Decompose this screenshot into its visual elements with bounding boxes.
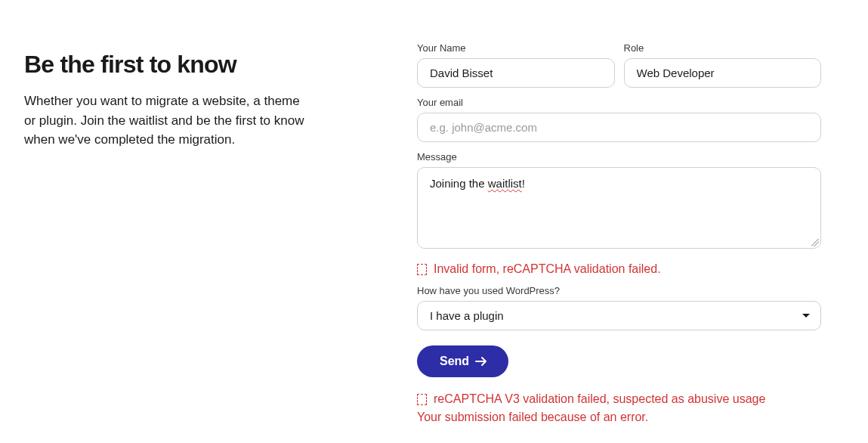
send-button[interactable]: Send xyxy=(417,345,508,377)
name-input[interactable] xyxy=(417,58,615,88)
message-textarea[interactable]: Joining the waitlist! xyxy=(417,167,821,249)
page-subtitle: Whether you want to migrate a website, a… xyxy=(24,91,311,150)
wordpress-select[interactable]: I have a plugin xyxy=(417,301,821,330)
message-text-post: ! xyxy=(522,177,525,190)
message-text-spell: waitlist xyxy=(488,177,522,190)
name-label: Your Name xyxy=(417,42,615,54)
message-text-pre: Joining the xyxy=(430,177,488,190)
send-button-label: Send xyxy=(440,355,469,368)
email-label: Your email xyxy=(417,97,821,108)
error-icon xyxy=(417,394,427,405)
arrow-right-icon xyxy=(475,356,487,367)
role-label: Role xyxy=(624,42,822,54)
error-top-text: Invalid form, reCAPTCHA validation faile… xyxy=(434,262,661,276)
email-input[interactable] xyxy=(417,113,821,142)
error-top-row: Invalid form, reCAPTCHA validation faile… xyxy=(417,262,821,276)
message-label: Message xyxy=(417,151,821,163)
error-bottom2-text: Your submission failed because of an err… xyxy=(417,410,821,424)
error-icon xyxy=(417,264,427,275)
error-bottom-row: reCAPTCHA V3 validation failed, suspecte… xyxy=(417,392,821,406)
error-bottom1-text: reCAPTCHA V3 validation failed, suspecte… xyxy=(434,392,765,406)
select-label: How have you used WordPress? xyxy=(417,285,821,296)
page-title: Be the first to know xyxy=(24,51,357,78)
role-input[interactable] xyxy=(624,58,822,88)
